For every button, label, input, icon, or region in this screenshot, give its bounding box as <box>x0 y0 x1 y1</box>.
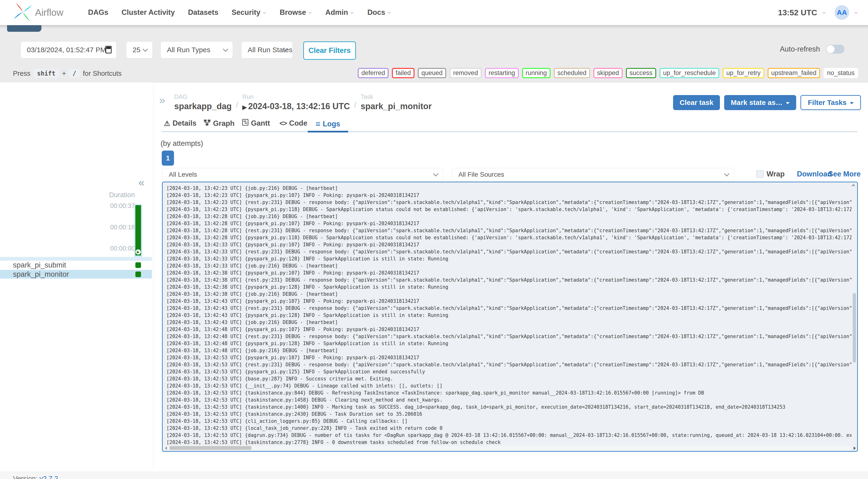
mark-state-button[interactable]: Mark state as… <box>724 95 796 110</box>
state-badge[interactable]: scheduled <box>554 68 590 78</box>
breadcrumb-task-value[interactable]: spark_pi_monitor <box>361 101 432 111</box>
log-line: [2024-03-18, 13:42:28 UTC] {job.py:216} … <box>166 213 851 220</box>
log-levels-select[interactable]: All Levels <box>162 168 443 181</box>
log-line: [2024-03-18, 13:42:43 UTC] {pyspark_pi.p… <box>166 312 851 319</box>
horizontal-scrollbar[interactable] <box>169 446 251 450</box>
horizontal-scrollbar-track[interactable] <box>163 446 851 450</box>
task-name: spark_pi_submit <box>13 261 66 269</box>
task-success-square[interactable] <box>135 272 141 277</box>
log-line: [2024-03-18, 13:42:38 UTC] {pyspark_pi.p… <box>166 284 851 291</box>
panel-divider <box>153 82 154 468</box>
scroll-left-arrow[interactable] <box>165 447 167 450</box>
collapse-sidebar-icon[interactable]: « <box>138 176 145 189</box>
task-name: spark_pi_monitor <box>13 270 69 279</box>
manual-run-icon: ▶ <box>243 104 247 110</box>
clear-task-button[interactable]: Clear task <box>673 95 720 110</box>
brand-name: Airflow <box>35 7 63 18</box>
tab-graph[interactable]: Graph <box>204 119 235 128</box>
log-output[interactable]: [2024-03-18, 13:42:23 UTC] {job.py:216} … <box>162 182 858 452</box>
warning-triangle-icon: ⚠ <box>164 119 170 128</box>
auto-refresh-toggle[interactable] <box>826 45 844 54</box>
log-line: [2024-03-18, 13:42:23 UTC] {rest.py:231}… <box>166 199 851 206</box>
task-row[interactable]: spark_pi_monitor <box>0 270 152 279</box>
by-attempts-label: (by attempts) <box>160 139 203 148</box>
clear-filters-button[interactable]: Clear Filters <box>303 41 356 60</box>
state-badge[interactable]: queued <box>418 68 446 78</box>
run-states-select[interactable]: All Run States <box>241 41 292 58</box>
utc-clock[interactable]: 13:52 UTC <box>778 8 817 17</box>
breadcrumb-dag-value[interactable]: sparkapp_dag <box>174 101 231 111</box>
calendar-icon[interactable] <box>105 46 112 54</box>
tab-details[interactable]: ⚠ Details <box>164 119 196 128</box>
log-line: [2024-03-18, 13:42:33 UTC] {job.py:216} … <box>166 262 851 269</box>
nav-menu-item[interactable]: Security <box>231 8 267 17</box>
datetime-input[interactable]: 03/18/2024, 01:52:47 PM <box>21 41 117 58</box>
tab-logs[interactable]: ≡ Logs <box>315 119 340 129</box>
page-size-select[interactable]: 25 <box>126 41 153 58</box>
state-badge[interactable]: no_status <box>824 68 858 78</box>
tab-code[interactable]: <> Code <box>279 119 307 128</box>
task-row[interactable]: spark_pi_submit <box>0 261 152 270</box>
run-types-select[interactable]: All Run Types <box>160 41 233 58</box>
dag-run-duration-bar[interactable]: ▶ <box>135 205 141 255</box>
chevron-down-icon <box>822 12 826 14</box>
avatar[interactable]: AA <box>835 5 849 20</box>
tab-gantt[interactable]: Gantt <box>242 119 270 128</box>
code-icon: <> <box>279 119 287 127</box>
filter-band: 03/18/2024, 01:52:47 PM 25 All Run Types… <box>0 25 868 83</box>
log-line: [2024-03-18, 13:42:53 UTC] {dagrun.py:73… <box>166 432 851 439</box>
chevron-down-icon <box>854 12 858 14</box>
auto-refresh-control: Auto-refresh <box>780 45 844 54</box>
log-line: [2024-03-18, 13:42:48 UTC] {pyspark_pi.p… <box>166 326 851 333</box>
wrap-checkbox[interactable] <box>756 170 764 178</box>
state-badge[interactable]: upstream_failed <box>768 68 820 78</box>
state-badge[interactable]: restarting <box>485 68 519 78</box>
state-badge[interactable]: removed <box>450 68 482 78</box>
chevron-down-icon <box>387 12 391 14</box>
state-badge[interactable]: success <box>626 68 656 78</box>
breadcrumb-run-value[interactable]: ▶2024-03-18, 13:42:16 UTC <box>243 101 350 111</box>
task-list: spark_pi_submit spark_pi_monitor <box>0 261 152 279</box>
breadcrumb-run: Run ▶2024-03-18, 13:42:16 UTC <box>243 93 350 111</box>
chevron-down-icon <box>350 12 354 14</box>
state-badge[interactable]: deferred <box>358 68 389 78</box>
airflow-brand[interactable]: Airflow <box>13 1 63 24</box>
active-tab-indicator <box>308 131 348 132</box>
log-line: [2024-03-18, 13:42:48 UTC] {pyspark_pi.p… <box>166 340 851 347</box>
state-badge[interactable]: up_for_reschedule <box>660 68 719 78</box>
nav-menu-item[interactable]: Datasets <box>188 8 218 17</box>
filter-tasks-button[interactable]: Filter Tasks <box>800 95 861 110</box>
attempt-1-button[interactable]: 1 <box>162 151 174 166</box>
wrap-label: Wrap <box>767 170 785 178</box>
log-line: [2024-03-18, 13:42:38 UTC] {pyspark_pi.p… <box>166 269 851 277</box>
duration-axis-ticks: 00:00:3700:00:1800:00:00 <box>110 202 135 252</box>
nav-menu-item[interactable]: DAGs <box>88 8 108 17</box>
log-lines: [2024-03-18, 13:42:23 UTC] {job.py:216} … <box>166 185 851 445</box>
state-badge[interactable]: running <box>522 68 550 78</box>
partial-scrolled-button[interactable] <box>7 25 41 32</box>
version-link[interactable]: v2.7.2 <box>39 475 58 479</box>
task-success-square[interactable] <box>135 262 141 268</box>
nav-menu-item[interactable]: Admin <box>326 8 354 17</box>
log-line: [2024-03-18, 13:42:48 UTC] {job.py:216} … <box>166 347 851 354</box>
expand-panel-icon[interactable]: » <box>159 94 165 106</box>
axis-tick: 00:00:37 <box>110 202 135 210</box>
duration-axis-label: Duration <box>109 191 135 199</box>
task-actions: Clear task Mark state as… Filter Tasks <box>673 95 861 110</box>
tabs-underline <box>162 131 858 132</box>
download-link[interactable]: Download <box>797 170 832 178</box>
file-sources-select[interactable]: All File Sources <box>452 168 734 181</box>
detail-tabs: ⚠ Details Graph Gantt <box>162 118 858 132</box>
state-legend: deferredfailedqueuedremovedrestartingrun… <box>358 68 858 78</box>
state-badge[interactable]: failed <box>392 68 414 78</box>
nav-menu-item[interactable]: Browse <box>280 8 312 17</box>
state-badge[interactable]: skipped <box>593 68 622 78</box>
nav-menu-item[interactable]: Docs <box>367 8 391 17</box>
scroll-right-arrow[interactable] <box>854 447 856 450</box>
vertical-scrollbar[interactable] <box>853 293 856 362</box>
nav-menu-item[interactable]: Cluster Activity <box>122 8 175 17</box>
state-badge[interactable]: up_for_retry <box>723 68 764 78</box>
see-more-link[interactable]: See More <box>828 170 861 178</box>
log-line: [2024-03-18, 13:42:28 UTC] {pyspark_pi.p… <box>166 234 851 241</box>
scroll-up-arrow[interactable] <box>851 184 855 186</box>
